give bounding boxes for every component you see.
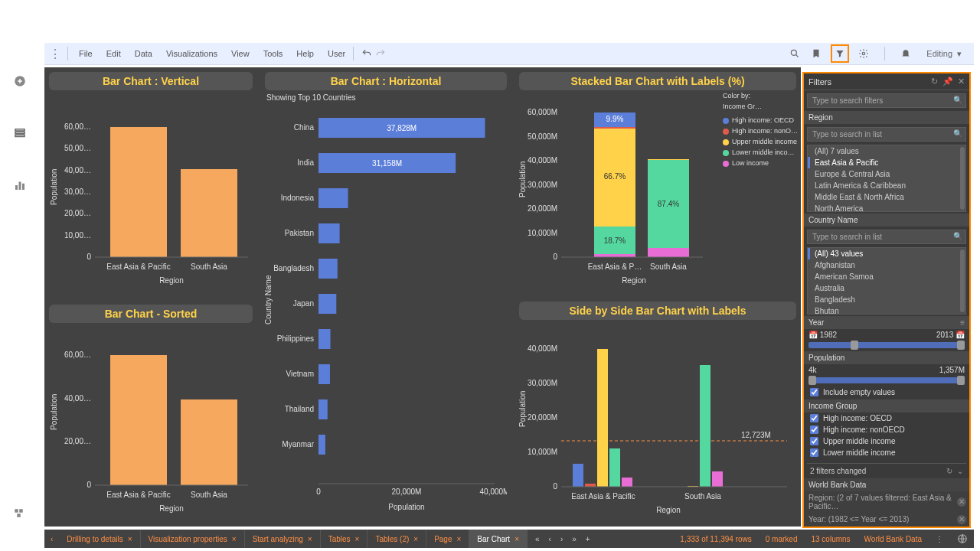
menu-data[interactable]: Data xyxy=(133,47,154,60)
remove-icon[interactable]: ✕ xyxy=(957,497,966,507)
nav-first-icon[interactable]: « xyxy=(535,535,540,543)
close-icon[interactable]: × xyxy=(514,535,519,543)
slider-year[interactable]: 📅 19822013 📅 xyxy=(808,331,965,348)
more-icon[interactable]: ⋮ xyxy=(936,535,943,543)
svg-text:East Asia & Pacific: East Asia & Pacific xyxy=(106,491,170,499)
svg-text:Vietnam: Vietnam xyxy=(286,370,314,378)
close-icon[interactable]: × xyxy=(355,535,360,543)
svg-text:10,000M: 10,000M xyxy=(528,229,557,237)
list-item[interactable]: Europe & Central Asia xyxy=(808,168,965,180)
menu-visualizations[interactable]: Visualizations xyxy=(165,47,219,60)
tab[interactable]: Bar Chart × xyxy=(469,530,528,548)
svg-rect-100 xyxy=(609,448,620,487)
search-country[interactable]: Type to search in list🔍 xyxy=(807,230,966,244)
redo-icon[interactable] xyxy=(374,47,387,60)
list-item[interactable]: (All) 43 values xyxy=(808,248,965,259)
legend-item[interactable]: Low income xyxy=(723,158,798,168)
close-icon[interactable]: × xyxy=(413,535,418,543)
close-icon[interactable]: × xyxy=(232,535,237,543)
globe-icon[interactable] xyxy=(956,532,969,546)
viz-icon[interactable] xyxy=(12,178,28,193)
remove-icon[interactable]: ✕ xyxy=(957,515,966,524)
close-icon[interactable]: × xyxy=(456,535,461,543)
section-country: Country Name xyxy=(804,214,969,227)
menu-user[interactable]: User xyxy=(326,47,347,60)
panel-side[interactable]: Side by Side Bar Chart with Labels Popul… xyxy=(514,297,801,527)
mode-dropdown[interactable]: Editing▾ xyxy=(920,47,968,60)
nav-next-icon[interactable]: › xyxy=(560,535,563,543)
list-country[interactable]: (All) 43 valuesAfghanistanAmerican Samoa… xyxy=(807,247,966,315)
pin-icon[interactable]: 📌 xyxy=(942,77,953,86)
legend-item[interactable]: High income: nonO… xyxy=(723,126,798,136)
add-icon[interactable] xyxy=(12,73,28,89)
bell-icon[interactable] xyxy=(899,47,913,60)
legend-item[interactable]: Upper middle income xyxy=(723,136,798,147)
list-item[interactable]: American Samoa xyxy=(808,271,965,282)
svg-rect-76 xyxy=(594,127,635,129)
list-item[interactable]: Latin America & Caribbean xyxy=(808,180,965,191)
list-item[interactable]: East Asia & Pacific xyxy=(808,157,965,168)
list-item[interactable]: Bangladesh xyxy=(808,294,965,305)
tab[interactable]: Start analyzing × xyxy=(245,530,321,548)
nav-prev-icon[interactable]: ‹ xyxy=(549,535,551,543)
panel-stacked[interactable]: Stacked Bar Chart with Labels (%) Color … xyxy=(514,67,801,294)
panel-horizontal[interactable]: Bar Chart : Horizontal Showing Top 10 Co… xyxy=(260,67,511,527)
chk-income[interactable]: High income: nonOECD xyxy=(804,424,969,435)
filters-title: Filters xyxy=(808,77,831,86)
slider-population[interactable]: 4k1,357M xyxy=(808,366,965,383)
chk-income[interactable]: High income: OECD xyxy=(804,412,969,424)
nav-last-icon[interactable]: » xyxy=(572,535,577,543)
svg-text:Country Name: Country Name xyxy=(265,275,273,324)
menu-edit[interactable]: Edit xyxy=(105,47,122,60)
svg-text:South Asia: South Asia xyxy=(650,262,687,271)
list-item[interactable]: Australia xyxy=(808,282,965,294)
panel-sorted[interactable]: Bar Chart - Sorted Population 020,00…40,… xyxy=(44,300,257,527)
tab[interactable]: Visualization properties × xyxy=(141,530,245,548)
bookmark-icon[interactable] xyxy=(809,47,823,60)
svg-rect-32 xyxy=(181,399,237,485)
search-filters[interactable]: Type to search filters🔍 xyxy=(807,93,966,108)
chk-income[interactable]: Upper middle income xyxy=(804,435,969,447)
list-item[interactable]: (All) 7 values xyxy=(808,145,965,157)
tab[interactable]: Page × xyxy=(426,530,469,548)
svg-rect-5 xyxy=(15,135,24,136)
legend-item[interactable]: High income: OECD xyxy=(723,115,798,126)
undo-icon[interactable] xyxy=(360,47,374,60)
list-region[interactable]: (All) 7 valuesEast Asia & PacificEurope … xyxy=(807,145,966,212)
svg-rect-83 xyxy=(648,159,689,160)
chk-income[interactable]: Lower middle income xyxy=(804,447,969,458)
chk-include-empty[interactable]: Include empty values xyxy=(804,386,969,398)
refresh-icon[interactable]: ↻ xyxy=(931,77,938,86)
tab[interactable]: Drilling to details × xyxy=(59,530,140,548)
close-icon[interactable]: × xyxy=(308,535,312,543)
menu-view[interactable]: View xyxy=(230,47,251,60)
panel-title: Bar Chart : Horizontal xyxy=(265,72,507,90)
app-menu-icon[interactable]: ⋮ xyxy=(49,47,60,61)
filter-icon[interactable] xyxy=(831,44,849,63)
menu-file[interactable]: File xyxy=(77,47,94,60)
data-icon[interactable] xyxy=(12,126,28,141)
svg-text:Myanmar: Myanmar xyxy=(282,440,314,448)
close-icon[interactable]: ✕ xyxy=(958,77,965,86)
list-item[interactable]: Middle East & North Africa xyxy=(808,191,965,203)
panel-vertical[interactable]: Bar Chart : Vertical Population 010,00…2… xyxy=(44,67,257,297)
search-icon[interactable] xyxy=(788,47,802,60)
tab[interactable]: Tables × xyxy=(321,530,368,548)
svg-text:Population: Population xyxy=(519,391,527,427)
search-region[interactable]: Type to search in list🔍 xyxy=(807,127,966,142)
close-icon[interactable]: × xyxy=(128,535,132,543)
nav-add-icon[interactable]: + xyxy=(586,535,590,543)
legend-item[interactable]: Lower middle inco… xyxy=(723,147,798,158)
chevron-left-icon[interactable]: ‹ xyxy=(44,535,59,543)
gear-icon[interactable] xyxy=(857,47,871,60)
svg-text:Population: Population xyxy=(388,503,424,511)
list-item[interactable]: Afghanistan xyxy=(808,259,965,271)
tab[interactable]: Tables (2) × xyxy=(368,530,426,548)
svg-text:South Asia: South Asia xyxy=(191,262,227,271)
svg-rect-104 xyxy=(712,471,723,487)
list-item[interactable]: Bhutan xyxy=(808,305,965,315)
layout-icon[interactable] xyxy=(12,507,28,522)
menu-tools[interactable]: Tools xyxy=(262,47,285,60)
list-item[interactable]: North America xyxy=(808,203,965,212)
menu-help[interactable]: Help xyxy=(295,47,315,60)
